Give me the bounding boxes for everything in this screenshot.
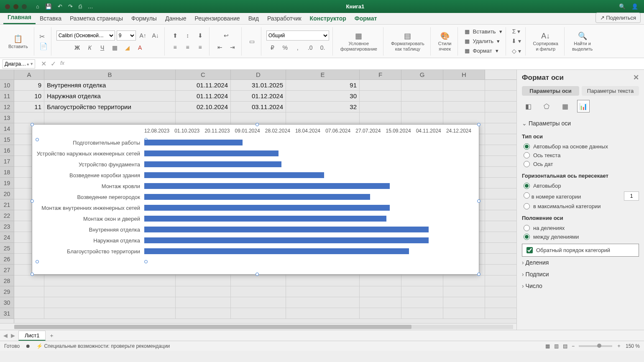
chart-y-axis-label[interactable]: Возведение перегородок: [36, 194, 144, 200]
align-bottom-icon[interactable]: ⬇: [195, 31, 206, 40]
row-header[interactable]: 21: [0, 199, 14, 210]
col-header[interactable]: G: [401, 70, 443, 79]
cross-at-max[interactable]: в максимальной категории: [522, 202, 639, 211]
fx-icon[interactable]: fx: [60, 60, 64, 68]
tab-view[interactable]: Вид: [244, 13, 263, 24]
bold-button[interactable]: Ж: [72, 43, 83, 52]
row-header[interactable]: 29: [0, 286, 14, 297]
zoom-out-icon[interactable]: −: [572, 343, 575, 349]
cut-icon[interactable]: ✂: [39, 33, 45, 41]
chart-y-axis-label[interactable]: Монтаж внутренних инженерных сетей: [36, 205, 144, 211]
chart-y-axis-label[interactable]: Наружная отделка: [36, 237, 144, 244]
col-header[interactable]: F: [360, 70, 401, 79]
cross-auto[interactable]: Автовыбор: [522, 181, 639, 190]
name-box[interactable]: Диагра…▲▼: [3, 59, 35, 69]
chart-y-axis-label[interactable]: Устройство фундамента: [36, 161, 144, 168]
close-pane-icon[interactable]: ✕: [633, 73, 639, 82]
chart-y-axis-label[interactable]: Возведение коробки здания: [36, 172, 144, 178]
clear-icon[interactable]: ◇ ▾: [511, 46, 522, 55]
chart-plot-area[interactable]: Подготовительные работыУстройство наружн…: [36, 137, 471, 271]
axis-options-icon[interactable]: 📊: [577, 100, 590, 112]
chart-bar[interactable]: [144, 140, 243, 145]
row-header[interactable]: 23: [0, 221, 14, 232]
row-header[interactable]: 27: [0, 265, 14, 275]
tab-insert[interactable]: Вставка: [36, 13, 66, 24]
chart-bar[interactable]: [144, 227, 429, 232]
row-header[interactable]: 20: [0, 189, 14, 199]
format-as-table-button[interactable]: ▤ Форматироватькак таблицу: [388, 30, 427, 52]
chart-y-axis-label[interactable]: Внутренняя отделка: [36, 227, 144, 233]
find-select-button[interactable]: 🔍 Найти ивыделить: [570, 30, 595, 52]
section-number[interactable]: Число: [522, 280, 639, 292]
row-header[interactable]: 24: [0, 232, 14, 243]
row-header[interactable]: 22: [0, 210, 14, 221]
pane-tab-text-options[interactable]: Параметры текста: [582, 86, 639, 96]
font-color-button[interactable]: A: [135, 43, 146, 52]
conditional-formatting-button[interactable]: ▦ Условноеформатирование: [338, 30, 380, 52]
section-ticks[interactable]: Деления: [522, 257, 639, 268]
row-header[interactable]: 30: [0, 297, 14, 308]
delete-cells-button[interactable]: ▦ Удалить ▾: [463, 37, 500, 46]
chart-bar[interactable]: [144, 161, 281, 167]
tab-format[interactable]: Формат: [350, 13, 381, 24]
insert-cells-button[interactable]: ▦ Вставить ▾: [463, 27, 502, 36]
size-props-icon[interactable]: ▦: [559, 100, 571, 112]
tab-data[interactable]: Данные: [161, 13, 191, 24]
zoom-in-icon[interactable]: ＋: [616, 342, 621, 349]
percent-icon[interactable]: %: [280, 43, 291, 52]
row-header[interactable]: 15: [0, 134, 14, 145]
align-right-icon[interactable]: ≡: [195, 43, 206, 52]
underline-button[interactable]: Ч: [97, 43, 108, 52]
chart-bar[interactable]: [144, 172, 324, 178]
chart-bar[interactable]: [144, 150, 279, 156]
reverse-order-checkbox[interactable]: Обратный порядок категорий: [525, 246, 636, 255]
maximize-window-btn[interactable]: [22, 4, 27, 9]
print-icon[interactable]: ⎙: [79, 3, 82, 10]
row-header[interactable]: 13: [0, 112, 14, 123]
next-sheet-icon[interactable]: ▶: [11, 332, 15, 339]
cross-at-number[interactable]: в номере категории: [522, 190, 639, 202]
row-header[interactable]: 16: [0, 145, 14, 156]
minimize-window-btn[interactable]: [13, 4, 18, 9]
comma-icon[interactable]: ,: [292, 43, 303, 52]
row-header[interactable]: 10: [0, 80, 14, 91]
row-header[interactable]: 17: [0, 156, 14, 167]
effects-icon[interactable]: ⬠: [540, 100, 553, 112]
home-icon[interactable]: ⌂: [36, 3, 39, 10]
indent-decrease-icon[interactable]: ⇤: [215, 43, 225, 52]
axis-pos-between[interactable]: между делениями: [522, 232, 639, 241]
fill-line-icon[interactable]: ◧: [522, 100, 534, 112]
undo-icon[interactable]: ↶: [58, 3, 62, 10]
chart-y-axis-label[interactable]: Благоустройство территории: [36, 248, 144, 255]
copy-icon[interactable]: 📄: [39, 42, 48, 50]
user-icon[interactable]: 👤: [631, 3, 638, 10]
confirm-edit-icon[interactable]: ✓: [51, 60, 56, 68]
align-left-icon[interactable]: ≡: [170, 43, 181, 52]
save-icon[interactable]: 💾: [45, 3, 52, 10]
more-icon[interactable]: …: [88, 3, 93, 10]
chart-bar[interactable]: [144, 248, 409, 254]
a11y-status[interactable]: ⚡ Специальные возможности: проверьте рек…: [36, 343, 170, 349]
borders-button[interactable]: ▦: [110, 43, 120, 52]
fill-icon[interactable]: ⬇ ▾: [511, 37, 522, 46]
merge-button[interactable]: ▭: [247, 37, 258, 46]
chart-y-axis-label[interactable]: Подготовительные работы: [36, 140, 144, 146]
chart-y-axis-label[interactable]: Монтаж кровли: [36, 183, 144, 189]
autosum-icon[interactable]: Σ ▾: [511, 27, 522, 36]
increase-decimal-icon[interactable]: .0: [305, 43, 316, 52]
align-center-icon[interactable]: ≡: [182, 43, 193, 52]
row-header[interactable]: 11: [0, 91, 14, 102]
chart-object[interactable]: 12.08.202301.10.202320.11.202309.01.2024…: [32, 124, 479, 275]
col-header[interactable]: B: [44, 70, 176, 79]
h-scrollbar[interactable]: [0, 323, 516, 330]
cell-styles-button[interactable]: 🎨 Стилиячеек: [436, 30, 454, 52]
row-header[interactable]: 25: [0, 243, 14, 254]
col-header[interactable]: E: [286, 70, 360, 79]
prev-sheet-icon[interactable]: ◀: [3, 332, 8, 339]
search-icon[interactable]: 🔍: [619, 3, 626, 10]
cancel-edit-icon[interactable]: ✕: [41, 60, 46, 68]
align-top-icon[interactable]: ⬆: [170, 31, 181, 40]
col-header[interactable]: C: [176, 70, 231, 79]
tab-chartdesign[interactable]: Конструктор: [306, 13, 350, 24]
add-sheet-icon[interactable]: ＋: [49, 332, 54, 339]
